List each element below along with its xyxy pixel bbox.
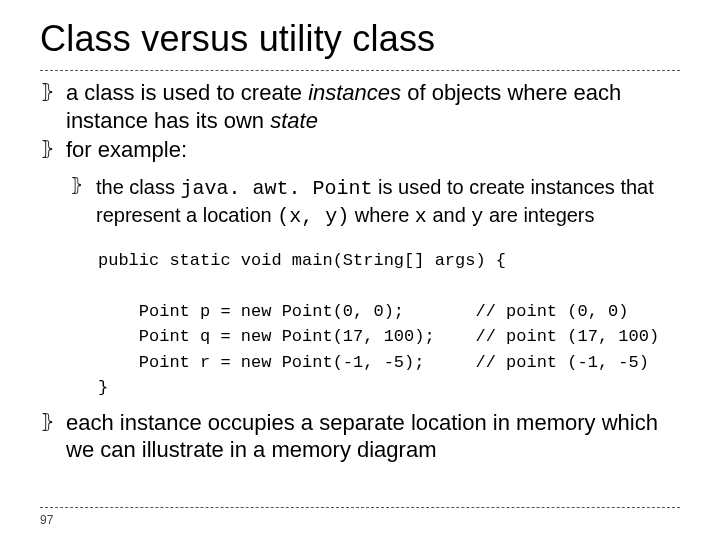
text-fragment: where: [349, 204, 415, 226]
bullet-list: each instance occupies a separate locati…: [40, 409, 680, 464]
slide-title: Class versus utility class: [40, 18, 680, 70]
code-inline: x: [415, 205, 427, 228]
code-inline: java. awt. Point: [180, 177, 372, 200]
sub-bullet-item: the class java. awt. Point is used to cr…: [70, 174, 680, 230]
text-fragment: and: [427, 204, 471, 226]
bullet-item: for example: the class java. awt. Point …: [40, 136, 680, 230]
bullet-item: a class is used to create instances of o…: [40, 79, 680, 134]
text-fragment: the class: [96, 176, 180, 198]
text-fragment: a class is used to create: [66, 80, 308, 105]
bullet-item: each instance occupies a separate locati…: [40, 409, 680, 464]
slide-footer: 97: [40, 507, 680, 528]
title-divider: [40, 70, 680, 71]
slide: Class versus utility class a class is us…: [0, 0, 720, 540]
footer-divider: [40, 507, 680, 508]
text-fragment: each instance occupies a separate locati…: [66, 410, 658, 463]
sub-bullet-list: the class java. awt. Point is used to cr…: [70, 174, 680, 230]
page-number: 97: [40, 513, 53, 527]
text-fragment: for example:: [66, 137, 187, 162]
text-emphasis: instances: [308, 80, 401, 105]
text-emphasis: state: [270, 108, 318, 133]
bullet-list: a class is used to create instances of o…: [40, 79, 680, 230]
slide-content: a class is used to create instances of o…: [40, 79, 680, 464]
code-inline: (x, y): [277, 205, 349, 228]
code-inline: y: [471, 205, 483, 228]
text-fragment: are integers: [483, 204, 594, 226]
code-block: public static void main(String[] args) {…: [98, 248, 680, 401]
